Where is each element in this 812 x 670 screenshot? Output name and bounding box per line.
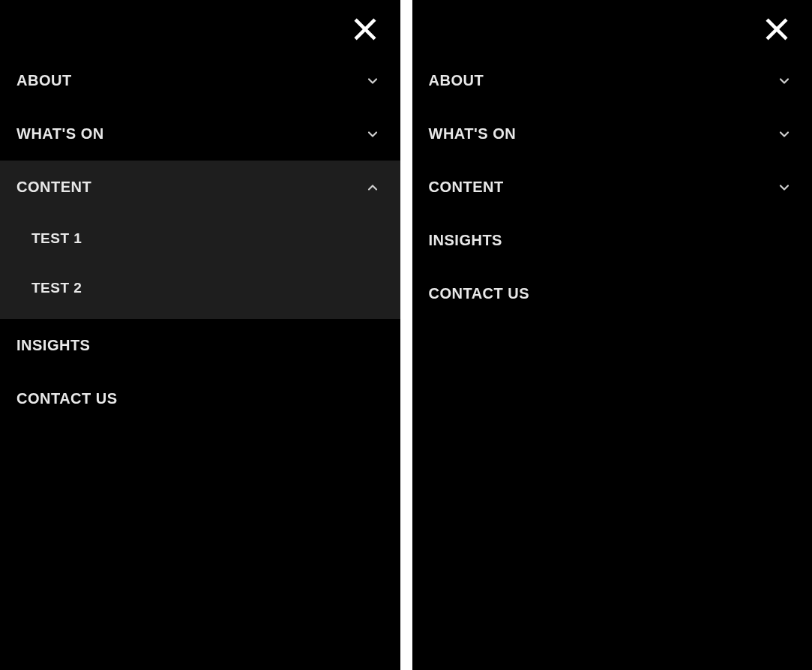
- menu-item-label: WHAT'S ON: [429, 125, 517, 143]
- menu-item-label: INSIGHTS: [16, 337, 90, 354]
- close-button[interactable]: [349, 15, 381, 47]
- menu-item-label: CONTACT US: [16, 390, 118, 407]
- menu-item-about[interactable]: ABOUT: [0, 54, 400, 107]
- chevron-down-icon: [364, 126, 381, 143]
- menu-list: ABOUT WHAT'S ON CONTENT INSIGHTS CONTACT…: [412, 54, 813, 320]
- chevron-up-icon: [364, 179, 381, 196]
- chevron-down-icon: [364, 73, 381, 89]
- menu-item-label: CONTENT: [429, 179, 504, 196]
- close-wrap: [412, 0, 813, 54]
- menu-item-about[interactable]: ABOUT: [412, 54, 813, 107]
- close-icon: [764, 17, 790, 45]
- close-button[interactable]: [761, 15, 793, 47]
- submenu-item-label: TEST 1: [31, 230, 82, 246]
- submenu-item-test-1[interactable]: TEST 1: [0, 214, 400, 263]
- chevron-down-icon: [776, 126, 793, 143]
- menu-item-label: WHAT'S ON: [16, 125, 104, 143]
- menu-item-whats-on[interactable]: WHAT'S ON: [412, 107, 813, 161]
- chevron-down-icon: [776, 179, 793, 196]
- menu-item-whats-on[interactable]: WHAT'S ON: [0, 107, 400, 161]
- menu-panel-right: ABOUT WHAT'S ON CONTENT INSIGHTS CONTACT…: [412, 0, 813, 670]
- chevron-down-icon: [776, 73, 793, 89]
- menu-item-label: ABOUT: [16, 72, 72, 89]
- menu-item-label: INSIGHTS: [429, 232, 502, 249]
- menu-item-insights[interactable]: INSIGHTS: [412, 214, 813, 267]
- submenu-item-test-2[interactable]: TEST 2: [0, 263, 400, 313]
- menu-item-content[interactable]: CONTENT: [0, 161, 400, 214]
- menu-item-label: CONTENT: [16, 179, 91, 196]
- submenu-item-label: TEST 2: [31, 280, 82, 296]
- menu-item-insights[interactable]: INSIGHTS: [0, 319, 400, 372]
- close-icon: [352, 17, 378, 45]
- menu-item-contact-us[interactable]: CONTACT US: [412, 267, 813, 320]
- menu-list: ABOUT WHAT'S ON CONTENT TEST 1 TEST 2: [0, 54, 400, 425]
- menu-item-contact-us[interactable]: CONTACT US: [0, 372, 400, 425]
- menu-item-label: CONTACT US: [429, 285, 530, 302]
- submenu-content: TEST 1 TEST 2: [0, 214, 400, 319]
- menu-item-label: ABOUT: [429, 72, 484, 89]
- menu-item-content[interactable]: CONTENT: [412, 161, 813, 214]
- menu-panel-left: ABOUT WHAT'S ON CONTENT TEST 1 TEST 2: [0, 0, 400, 670]
- close-wrap: [0, 0, 400, 54]
